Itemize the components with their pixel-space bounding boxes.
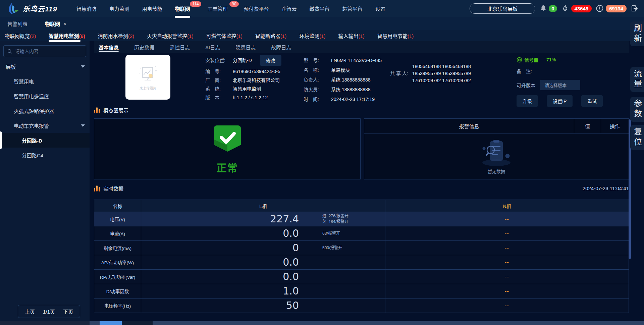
signal-icon	[517, 57, 522, 63]
close-tab-icon[interactable]: ×	[63, 21, 66, 26]
nav-item-work-order[interactable]: 工单管理90	[201, 0, 234, 17]
tab-remote-log[interactable]: 遥控日志	[170, 41, 190, 53]
table-row[interactable]: D/功率因数 1.0 --	[94, 284, 629, 299]
tree-root-board[interactable]: 展板	[0, 59, 90, 74]
parameters-button[interactable]: 参数	[630, 97, 644, 122]
refresh-button[interactable]: 刷新	[630, 21, 644, 46]
tab-history-data[interactable]: 历史数据	[134, 41, 154, 53]
table-row[interactable]: 电压(V) 227.4 过: 276/报警开欠: 184/报警开 --	[94, 212, 629, 226]
realtime-section-header: 实时数据 2024-07-23 11:04:41	[94, 185, 629, 192]
cat-tab-io[interactable]: 输入输出(1)	[338, 32, 365, 39]
tree-item-multi-temp[interactable]: 智慧用电多温度	[0, 89, 90, 103]
modal-section-title: 模态图展示	[103, 107, 128, 114]
tree-item-circuit-d[interactable]: 分回路-D	[0, 133, 90, 148]
table-row[interactable]: AP/有功功率(W) 0.0 --	[94, 255, 629, 270]
share-label: 共 享 人:	[390, 63, 408, 84]
nav-item-smart-fire[interactable]: 智慧消防	[70, 0, 103, 17]
tree-item-circuit-c4[interactable]: 分回路C4	[0, 148, 90, 162]
tab-fault-log[interactable]: 故障日志	[271, 41, 291, 53]
col-header-n-phase: N相	[385, 200, 629, 212]
reset-button[interactable]: 复位	[630, 125, 644, 150]
alarm-info-panel: 报警信息 值 操作 暂无数据	[364, 118, 629, 179]
n-phase-value: --	[505, 273, 509, 280]
cat-tab-gas[interactable]: 可燃气体监控(1)	[206, 32, 242, 39]
retry-button[interactable]: 重试	[581, 95, 603, 107]
tab-hazard-log[interactable]: 隐患日志	[235, 41, 256, 53]
prev-page-button[interactable]: 上页	[25, 308, 35, 315]
bell-icon[interactable]	[539, 4, 547, 12]
device-info-section: 未上传图片 安装位置: 分回路-D 修改 编 号:861869075399424…	[94, 54, 629, 105]
cat-tab-fire-water[interactable]: 消防用水检测(2)	[98, 32, 134, 39]
table-row[interactable]: RP/无功功率(Var) 0.0 --	[94, 270, 629, 284]
signal-value: 71%	[546, 57, 556, 62]
fire-alarm-count-badge: 43649	[571, 5, 592, 12]
install-label: 安装位置:	[205, 58, 233, 63]
search-input[interactable]	[15, 49, 83, 54]
tab-basic-info[interactable]: 基本信息	[99, 41, 119, 53]
horizontal-scrollbar[interactable]	[0, 321, 644, 325]
bell-count-badge: 0	[549, 5, 557, 12]
realtime-timestamp: 2024-07-23 11:04:41	[583, 185, 629, 191]
status-panel: 正常	[94, 118, 361, 179]
alarm-info-header: 报警信息	[364, 119, 574, 133]
name-label: 名 称:	[304, 67, 331, 73]
nav-item-iot[interactable]: 物联网114	[169, 0, 197, 17]
traffic-button[interactable]: 流量	[630, 67, 644, 92]
device-photo-upload[interactable]: 未上传图片	[125, 55, 170, 100]
cat-tab-energy-saving[interactable]: 智慧用电节能(1)	[377, 32, 414, 39]
realtime-section-title: 实时数据	[103, 185, 123, 192]
nav-item-qizhiyun[interactable]: 企智云	[275, 0, 303, 17]
nav-item-superadmin[interactable]: 超管平台	[336, 0, 369, 17]
tree-item-arc-protector[interactable]: 灭弧式短路保护器	[0, 103, 90, 118]
sidebar-search[interactable]	[3, 45, 86, 57]
topbar-right: 北京乐鸟展板 0 43649 69134	[470, 3, 644, 14]
threshold-note: 63/报警开	[322, 231, 340, 236]
flame-icon[interactable]	[561, 4, 569, 12]
tab-ai-log[interactable]: AI日志	[205, 41, 220, 53]
device-info-col-mid: 型 号:LN6M-L1T4A3V3-D-485 名 称:单路模块 负责人:系统 …	[304, 58, 382, 102]
tab-alarm-list[interactable]: 告警列表	[7, 20, 28, 27]
time-value: 2024-02-23 17:17:19	[331, 97, 375, 102]
board-selector[interactable]: 北京乐鸟展板	[470, 3, 535, 14]
table-row[interactable]: 剩余电流(mA) 0 500/报警开 --	[94, 241, 629, 255]
tree-item-ev-charging[interactable]: 电动车充电报警	[0, 118, 90, 133]
cat-tab-fire-auto-alarm[interactable]: 火灾自动报警监控(1)	[147, 32, 193, 39]
logout-icon[interactable]	[631, 4, 639, 12]
table-row[interactable]: 电压频率(Hz) 50 --	[94, 299, 629, 313]
cat-tab-smart-electric[interactable]: 智慧用电监测(6)	[49, 32, 85, 39]
nav-item-power-monitor[interactable]: 电力监测	[103, 0, 136, 17]
version-label: 版 本:	[205, 95, 233, 101]
tree-item-smart-electric[interactable]: 智慧用电	[0, 74, 90, 89]
model-value: LN6M-L1T4A3V3-D-485	[331, 58, 382, 63]
cat-tab-environment[interactable]: 环境监测(1)	[299, 32, 325, 39]
threshold-note: 欠: 184/报警开	[322, 219, 348, 225]
system-label: 系 统:	[205, 86, 233, 92]
warning-icon[interactable]	[596, 4, 604, 12]
horizontal-scrollbar-thumb[interactable]	[100, 321, 122, 325]
detail-tabs: 基本信息 历史数据 遥控日志 AI日志 隐患日志 故障日志	[94, 41, 629, 53]
serial-value: 861869075399424-0-5	[233, 69, 280, 74]
cat-tab-iot-overview[interactable]: 物联网概览(2)	[5, 32, 36, 39]
signal-label: 信号量	[524, 56, 538, 63]
cat-tab-breaker[interactable]: 智能断路器(1)	[255, 32, 286, 39]
nav-item-prepaid[interactable]: 预付费平台	[237, 0, 275, 17]
tab-iot[interactable]: 物联网 ×	[45, 20, 66, 27]
next-page-button[interactable]: 下页	[63, 308, 73, 315]
modify-button[interactable]: 修改	[260, 55, 281, 66]
n-phase-value: --	[505, 245, 509, 251]
install-value: 分回路-D	[233, 58, 252, 63]
table-row[interactable]: 电流(A) 0.0 63/报警开 --	[94, 226, 629, 241]
nav-item-payment[interactable]: 缴费平台	[303, 0, 336, 17]
set-ip-button[interactable]: 设置IP	[547, 95, 573, 107]
version-select[interactable]: 请选择版本	[540, 80, 580, 90]
nav-item-energy-saving[interactable]: 用电节能	[136, 0, 169, 17]
l-phase-value: 0.0	[141, 257, 299, 267]
alarm-empty-state: 暂无数据	[364, 133, 629, 179]
col-header-l-phase: L相	[141, 200, 385, 212]
nav-item-settings[interactable]: 设置	[369, 0, 392, 17]
name-value: 单路模块	[331, 67, 350, 73]
category-tabs: 物联网概览(2) 智慧用电监测(6) 消防用水检测(2) 火灾自动报警监控(1)…	[0, 30, 644, 41]
upgrade-button[interactable]: 升级	[517, 95, 538, 107]
alarm-value-header: 值	[574, 119, 601, 133]
chevron-down-icon	[81, 124, 85, 127]
